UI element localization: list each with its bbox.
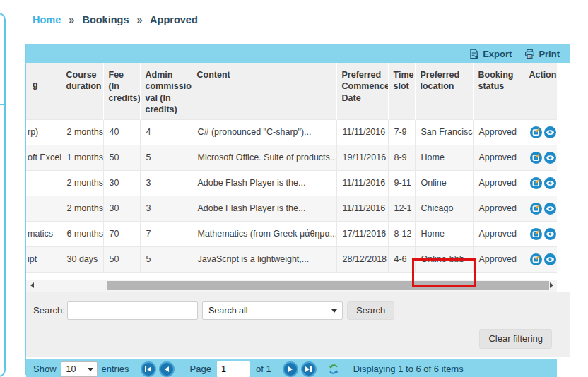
table-cell: matics [26,221,61,246]
search-field-selected: Search all [208,306,248,316]
search-button[interactable]: Search [347,301,394,320]
edit-icon[interactable] [530,177,542,189]
page-number-input[interactable] [217,361,250,377]
table-cell: San Francisco [415,119,473,145]
column-header-content[interactable]: Content [192,63,336,119]
table-cell: 7-9 [388,119,415,145]
table-row: matics6 months707Mathematics (from Greek… [26,221,557,246]
table-cell: 2 months [61,170,103,196]
table-cell: oft Excel [26,145,61,170]
edit-icon[interactable] [530,253,542,265]
column-header-preferred-commence-date[interactable]: Preferred Commence Date [336,63,388,119]
table-cell: 5 [140,246,192,272]
table-cell: rp) [26,119,61,145]
column-header-course-duration[interactable]: Course duration [61,63,103,119]
view-icon[interactable] [544,203,556,215]
table-cell: Mathematics (from Greek μάθημα... [192,221,336,246]
bookings-grid-panel: Export Print g Course duration [25,44,570,375]
print-button[interactable]: Print [524,49,560,59]
table-cell: 30 days [61,246,103,272]
export-button[interactable]: Export [469,49,512,59]
table-cell: Online [415,170,473,196]
table-cell: 8-12 [388,221,415,246]
scroll-left-arrow[interactable] [26,280,37,292]
view-icon[interactable] [544,253,556,265]
pagination-bar: Show 10 entries Page of 1 Displaying 1 [26,359,557,377]
table-cell: ipt [26,246,61,272]
table-cell: Online-bbb [415,246,473,272]
table-cell: 3 [140,170,192,196]
export-label: Export [483,49,512,59]
table-cell: 4-6 [388,246,415,272]
chevron-down-icon [88,368,93,371]
view-icon[interactable] [544,152,556,164]
table-cell: Microsoft Office. Suite of products... [192,145,336,170]
table-cell: C# (pronounced "C-sharp")... [192,119,336,145]
table-cell [26,170,61,196]
table-cell: 2 months [61,196,103,221]
clear-filtering-button[interactable]: Clear filtering [479,329,552,349]
next-page-button[interactable] [283,361,298,377]
prev-page-button[interactable] [159,361,175,377]
table-cell: 7 [140,221,192,246]
page-size-select[interactable]: 10 [61,361,98,377]
column-header-time-slot[interactable]: Time slot [388,63,415,119]
breadcrumb-home[interactable]: Home [33,14,61,25]
left-panel-border [0,13,6,377]
search-input[interactable] [67,301,198,320]
table-cell: 30 [103,170,140,196]
column-header-preferred-location[interactable]: Preferred location [415,63,473,119]
table-row: oft Excel1 months505Microsoft Office. Su… [26,145,557,170]
table-cell: Approved [473,170,524,196]
table-cell: JavaScript is a lightweight,... [192,246,336,272]
table-cell: Approved [473,145,524,170]
page-size-value: 10 [66,364,76,374]
print-label: Print [539,49,560,59]
column-header-clipped[interactable]: g [26,63,61,119]
grid-toolbar: Export Print [26,44,570,63]
table-cell: 40 [103,119,140,145]
edit-icon[interactable] [530,228,542,240]
column-header-booking-status[interactable]: Booking status [473,63,524,119]
export-icon [469,49,479,59]
footer-wrap: Show 10 entries Page of 1 Displaying 1 [26,359,570,377]
table-cell: Approved [473,119,524,145]
grid-bottom-gap [26,273,557,280]
actions-cell [524,246,557,272]
scrollbar-thumb[interactable] [107,281,549,290]
view-icon[interactable] [544,228,556,240]
table-cell: 11/11/2016 [336,170,388,196]
displaying-status: Displaying 1 to 6 of 6 items [353,364,464,374]
left-panel-divider [0,104,6,105]
refresh-icon[interactable] [328,364,339,375]
table-row: 2 months303Adobe Flash Player is the...1… [26,196,557,221]
page-label: Page [190,364,211,374]
table-cell: Chicago [415,196,473,221]
table-cell: 2 months [61,119,103,145]
table-cell: 50 [103,246,140,272]
scroll-right-arrow[interactable] [546,280,557,292]
table-cell: 1 months [61,145,103,170]
table-cell: 11/11/2016 [336,119,388,145]
table-cell: 12-1 [388,196,415,221]
view-icon[interactable] [544,177,556,189]
edit-icon[interactable] [530,203,542,215]
breadcrumb-approved[interactable]: Approved [150,14,198,25]
table-cell: Approved [473,246,524,272]
edit-icon[interactable] [530,126,542,138]
last-page-button[interactable] [301,361,317,377]
column-header-fee[interactable]: Fee (In credits) [103,63,140,119]
bookings-table: g Course duration Fee (In credits) Admin… [26,63,557,273]
column-header-admin-commission[interactable]: Admin commission val (In credits) [140,63,192,119]
table-cell: Home [415,145,473,170]
first-page-button[interactable] [141,361,156,377]
horizontal-scrollbar[interactable] [26,280,557,292]
view-icon[interactable] [544,126,556,138]
edit-icon[interactable] [530,152,542,164]
entries-label: entries [102,364,129,374]
table-row: ipt30 days505JavaScript is a lightweight… [26,246,557,272]
search-field-select[interactable]: Search all [202,301,343,320]
filter-section: Search: Search all Search Clear filterin… [26,292,570,357]
breadcrumb-bookings[interactable]: Bookings [82,14,129,25]
table-cell: 3 [140,196,192,221]
